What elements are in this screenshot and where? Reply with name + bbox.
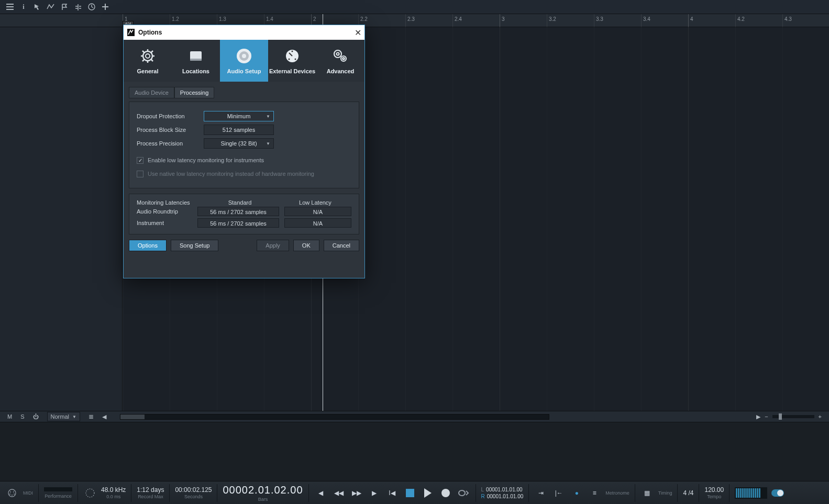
song-setup-button[interactable]: Song Setup (171, 240, 219, 251)
time-bars[interactable]: 00002.01.02.00 (223, 484, 303, 496)
lat-row-standard: 56 ms / 2702 samples (197, 218, 279, 228)
app-icon (127, 28, 135, 37)
category-label: General (137, 68, 159, 74)
options-button[interactable]: Options (129, 240, 167, 251)
global-mute[interactable]: M (7, 413, 12, 420)
dialog-titlebar[interactable]: Options ✕ (124, 25, 364, 40)
category-audio-setup[interactable]: Audio Setup (220, 40, 268, 82)
return-to-zero-icon[interactable]: I◀ (385, 486, 399, 500)
sync-icon[interactable] (83, 486, 97, 500)
svg-point-7 (86, 489, 94, 497)
time-seconds-label: Seconds (184, 494, 203, 499)
category-label: External Devices (269, 68, 315, 74)
dropout-protection-select[interactable]: Minimum ▼ (204, 111, 274, 121)
category-label: Advanced (327, 68, 355, 74)
native-low-latency-checkbox (137, 171, 143, 177)
svg-point-3 (13, 491, 14, 492)
record-time: 1:12 days (137, 486, 164, 494)
svg-rect-12 (190, 59, 202, 61)
category-external-devices[interactable]: External Devices (268, 40, 316, 82)
dropout-protection-label: Dropout Protection (137, 113, 204, 119)
svg-point-19 (292, 51, 293, 52)
svg-point-22 (341, 56, 346, 61)
close-icon[interactable]: ✕ (355, 28, 361, 38)
timing-icon[interactable]: ▦ (640, 486, 654, 500)
rtb-start-icon[interactable]: ◀ (314, 486, 328, 500)
zoom-in-icon[interactable]: + (819, 413, 822, 420)
record-max-label: Record Max (138, 494, 163, 499)
flag-icon[interactable] (58, 1, 71, 13)
rtb-end-icon[interactable]: ▶ (368, 486, 381, 500)
list-icon[interactable] (3, 1, 17, 13)
arrow-tool-icon[interactable] (30, 1, 44, 13)
loop-button[interactable] (457, 486, 470, 500)
master-toggle[interactable] (771, 489, 784, 497)
lat-row-low: N/A (284, 218, 351, 228)
lower-panel (0, 422, 829, 481)
lat-row-standard: 56 ms / 2702 samples (197, 207, 279, 216)
speaker-icon (235, 47, 253, 65)
automation-mode-select[interactable]: Normal ▼ (47, 412, 80, 421)
svg-point-5 (14, 494, 15, 495)
list-icon[interactable]: ≣ (89, 413, 94, 420)
scroll-right-icon[interactable]: ▶ (756, 413, 760, 420)
precision-value: Single (32 Bit) (220, 140, 257, 147)
svg-point-21 (337, 53, 339, 55)
tab-audio-device[interactable]: Audio Device (129, 87, 174, 98)
chevron-down-icon: ▼ (266, 114, 270, 119)
zoom-slider[interactable] (772, 415, 814, 418)
svg-point-20 (334, 50, 341, 58)
apply-button[interactable]: Apply (257, 240, 289, 251)
time-signature[interactable]: 4 /4 (683, 489, 693, 497)
stop-button[interactable] (403, 486, 417, 500)
svg-point-23 (342, 58, 345, 60)
info-icon[interactable]: i (17, 1, 30, 13)
tempo-label: Tempo (707, 494, 721, 499)
svg-point-18 (295, 59, 296, 60)
category-advanced[interactable]: Advanced (316, 40, 364, 82)
play-button[interactable] (421, 486, 435, 500)
power-icon[interactable]: ⏻ (33, 413, 39, 420)
ok-button[interactable]: OK (293, 240, 319, 251)
drive-icon (187, 47, 205, 65)
category-general[interactable]: General (124, 40, 172, 82)
preroll-icon[interactable]: |← (552, 486, 566, 500)
time-bars-label: Bars (258, 497, 268, 502)
record-button[interactable] (439, 486, 452, 500)
dialog-buttons: Options Song Setup Apply OK Cancel (124, 240, 364, 256)
precision-label: Process Precision (137, 140, 204, 147)
click-icon[interactable]: ● (570, 486, 583, 500)
svg-point-10 (146, 54, 150, 58)
chevron-down-icon: ▼ (266, 141, 270, 146)
latencies-panel: Monitoring Latencies Standard Low Latenc… (129, 194, 359, 234)
midi-activity-icon[interactable] (5, 486, 19, 500)
block-size-value[interactable]: 512 samples (204, 125, 274, 135)
scroll-left-icon[interactable]: ◀ (102, 413, 106, 420)
automation-mode-value: Normal (51, 413, 69, 420)
forward-icon[interactable]: ▶▶ (350, 486, 363, 500)
dialog-title: Options (138, 29, 162, 36)
zoom-out-icon[interactable]: − (765, 413, 768, 420)
global-solo[interactable]: S (20, 413, 24, 420)
locator-display[interactable]: L00001.01.01.00 R00001.01.01.00 (481, 487, 524, 499)
draw-tool-icon[interactable] (44, 1, 58, 13)
low-latency-checkbox[interactable] (137, 157, 143, 164)
svg-rect-8 (127, 29, 135, 36)
sample-rate: 48.0 kHz (101, 486, 126, 494)
tempo-value[interactable]: 120.00 (704, 486, 724, 494)
category-locations[interactable]: Locations (172, 40, 220, 82)
clock-icon[interactable] (85, 1, 98, 13)
plus-icon[interactable] (98, 1, 112, 13)
precision-select[interactable]: Single (32 Bit) ▼ (204, 138, 274, 149)
cpu-meter (44, 487, 72, 491)
lat-header-name: Monitoring Latencies (137, 199, 198, 206)
insert-icon[interactable] (71, 1, 85, 13)
autopunch-icon[interactable]: ⇥ (534, 486, 548, 500)
precount-icon[interactable]: ≡ (588, 486, 601, 500)
cancel-button[interactable]: Cancel (324, 240, 359, 251)
tab-processing[interactable]: Processing (174, 87, 214, 98)
dropout-protection-value: Minimum (227, 113, 251, 119)
time-seconds[interactable]: 00:00:02.125 (175, 486, 212, 494)
rewind-icon[interactable]: ◀◀ (332, 486, 346, 500)
horizontal-scrollbar[interactable] (120, 414, 549, 420)
